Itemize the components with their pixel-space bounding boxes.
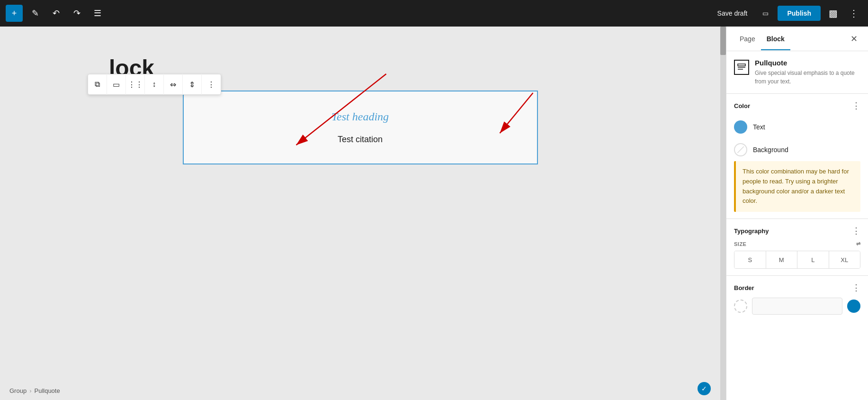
- sidebar-close-button[interactable]: ✕: [847, 32, 860, 45]
- undo-button[interactable]: ↶: [47, 5, 64, 22]
- size-s-button[interactable]: S: [734, 251, 766, 268]
- settings-button[interactable]: ▩: [824, 5, 841, 22]
- block-move-button[interactable]: ↕: [145, 74, 164, 95]
- pullquote-heading[interactable]: Test heading: [331, 110, 389, 123]
- color-section: Color ⋮ Text Background This color combi…: [726, 94, 868, 219]
- toolbar-more-button[interactable]: ⋮: [845, 5, 862, 22]
- add-block-button[interactable]: +: [6, 5, 23, 22]
- border-section-header: Border ⋮: [726, 276, 868, 298]
- typography-more-button[interactable]: ⋮: [852, 226, 860, 236]
- block-align-left-button[interactable]: ⇔: [164, 74, 183, 95]
- typography-section-header: Typography ⋮: [726, 219, 868, 241]
- text-color-swatch: [734, 120, 747, 134]
- typography-section: Typography ⋮ SIZE ⇌ S M L XL: [726, 219, 868, 276]
- block-layout-button[interactable]: ▭: [107, 74, 126, 95]
- scrollbar-thumb[interactable]: [720, 27, 726, 55]
- menu-icon: ☰: [94, 8, 101, 18]
- breadcrumb-group: Group: [9, 387, 27, 394]
- tab-block[interactable]: Block: [761, 27, 790, 50]
- menu-button[interactable]: ☰: [89, 5, 106, 22]
- tab-page[interactable]: Page: [734, 27, 761, 50]
- color-warning: This color combination may be hard for p…: [734, 161, 860, 212]
- close-icon: ✕: [850, 34, 858, 44]
- sidebar-tabs: Page Block ✕: [726, 27, 868, 51]
- publish-button[interactable]: Publish: [778, 6, 821, 21]
- background-color-swatch: [734, 143, 747, 156]
- size-buttons: S M L XL: [734, 251, 860, 269]
- pen-button[interactable]: ✎: [27, 5, 44, 22]
- breadcrumb: Group › Pullquote: [9, 387, 60, 394]
- block-name: Pullquote: [755, 59, 860, 67]
- color-text-label: Text: [753, 123, 765, 131]
- auto-save-indicator: ✓: [698, 382, 711, 395]
- color-section-header: Color ⋮: [726, 94, 868, 116]
- color-background-label: Background: [753, 146, 788, 154]
- border-width-input[interactable]: [752, 298, 842, 315]
- breadcrumb-separator: ›: [29, 387, 31, 394]
- size-label-text: SIZE: [734, 241, 746, 247]
- more-icon: ⋮: [849, 8, 859, 19]
- save-draft-button[interactable]: Save draft: [712, 6, 753, 21]
- color-option-background[interactable]: Background: [726, 138, 868, 161]
- block-align-center-button[interactable]: ⇕: [183, 74, 202, 95]
- border-more-button[interactable]: ⋮: [852, 282, 860, 293]
- size-filter-icon: ⇌: [856, 241, 861, 247]
- border-accent-swatch[interactable]: [847, 300, 860, 313]
- border-section: Border ⋮: [726, 276, 868, 321]
- undo-icon: ↶: [53, 8, 60, 18]
- drag-icon: ⋮⋮: [128, 80, 143, 89]
- color-option-text[interactable]: Text: [726, 116, 868, 138]
- block-type-icon: [734, 60, 749, 75]
- size-m-button[interactable]: M: [766, 251, 798, 268]
- size-xl-button[interactable]: XL: [829, 251, 860, 268]
- block-more-icon: ⋮: [207, 80, 215, 89]
- settings-icon: ▩: [829, 8, 838, 19]
- border-controls: [726, 298, 868, 321]
- block-more-button[interactable]: ⋮: [202, 74, 221, 95]
- editor-area: ⧉ ▭ ⋮⋮ ↕ ⇔ ⇕ ⋮ lock: [0, 27, 720, 400]
- color-section-title: Color: [734, 102, 750, 109]
- align-center-icon: ⇕: [189, 80, 195, 89]
- right-sidebar: Page Block ✕ Pullquote Give special visu…: [726, 27, 868, 400]
- warning-text: This color combination may be hard for p…: [743, 167, 854, 206]
- color-more-button[interactable]: ⋮: [852, 100, 860, 111]
- layout-icon: ▭: [113, 80, 120, 89]
- border-section-title: Border: [734, 284, 754, 291]
- breadcrumb-pullquote: Pullquote: [34, 387, 60, 394]
- main-layout: ⧉ ▭ ⋮⋮ ↕ ⇔ ⇕ ⋮ lock: [0, 27, 868, 400]
- add-icon: +: [12, 9, 17, 18]
- border-color-empty-swatch[interactable]: [734, 300, 747, 313]
- top-toolbar: + ✎ ↶ ↷ ☰ Save draft ▭ Publish ▩ ⋮: [0, 0, 868, 27]
- preview-button[interactable]: ▭: [757, 5, 774, 22]
- pullquote-block[interactable]: Test heading Test citation: [183, 91, 538, 164]
- copy-icon: ⧉: [95, 80, 100, 89]
- pen-icon: ✎: [32, 8, 39, 18]
- size-l-button[interactable]: L: [797, 251, 829, 268]
- block-copy-button[interactable]: ⧉: [88, 74, 107, 95]
- size-section: SIZE ⇌ S M L XL: [726, 241, 868, 275]
- check-icon: ✓: [701, 385, 707, 392]
- redo-button[interactable]: ↷: [68, 5, 85, 22]
- svg-rect-4: [738, 64, 745, 66]
- block-description: Give special visual emphasis to a quote …: [755, 69, 860, 86]
- block-drag-handle[interactable]: ⋮⋮: [126, 74, 145, 95]
- block-info-section: Pullquote Give special visual emphasis t…: [726, 51, 868, 94]
- redo-icon: ↷: [73, 8, 81, 18]
- block-toolbar: ⧉ ▭ ⋮⋮ ↕ ⇔ ⇕ ⋮: [88, 74, 221, 95]
- align-left-icon: ⇔: [170, 80, 176, 89]
- editor-scrollbar[interactable]: [720, 27, 726, 400]
- arrows-icon: ↕: [152, 80, 156, 89]
- typography-section-title: Typography: [734, 227, 769, 235]
- pullquote-citation[interactable]: Test citation: [338, 135, 383, 145]
